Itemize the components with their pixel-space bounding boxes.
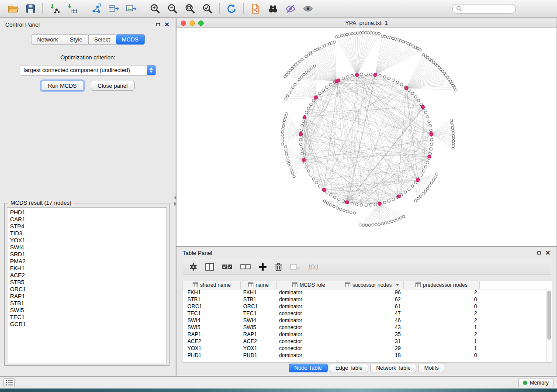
splitter-collapse-controls[interactable] <box>174 196 176 206</box>
show-panels-button[interactable] <box>3 378 15 387</box>
result-item[interactable]: RAP1 <box>10 293 166 300</box>
cell-mcds-role[interactable]: dominator <box>277 289 341 296</box>
cell-name[interactable]: ACE2 <box>241 338 277 345</box>
result-item[interactable]: SRD1 <box>10 251 166 258</box>
cell-shared-name[interactable]: ORC1 <box>183 303 241 310</box>
cell-name[interactable]: PHD1 <box>241 352 277 359</box>
tab-motifs[interactable]: Motifs <box>419 364 444 372</box>
cell-name[interactable]: FKH1 <box>241 289 277 296</box>
scrollbar-thumb[interactable] <box>547 291 551 340</box>
cell-shared-name[interactable]: SWI4 <box>183 317 241 324</box>
column-header-successor-nodes[interactable]: successor nodes <box>341 281 403 289</box>
cell-successor-nodes[interactable]: 46 <box>341 317 403 324</box>
result-item[interactable]: FKH1 <box>10 265 166 272</box>
cell-predecessor-nodes[interactable]: 2 <box>403 310 480 317</box>
column-header-mcds-role[interactable]: MCDS role <box>277 281 341 289</box>
cell-mcds-role[interactable]: dominator <box>277 296 341 303</box>
result-item[interactable]: SWI4 <box>10 244 166 251</box>
result-item[interactable]: CAR1 <box>10 216 166 223</box>
cell-successor-nodes[interactable]: 96 <box>341 289 403 296</box>
cell-mcds-role[interactable]: connector <box>277 324 341 331</box>
cell-shared-name[interactable]: RAP1 <box>183 331 241 338</box>
zoom-in-button[interactable] <box>146 1 164 16</box>
export-network-button[interactable] <box>87 1 105 16</box>
criterion-select[interactable]: largest connected component (undirected) <box>20 65 156 76</box>
cell-mcds-role[interactable]: connector <box>277 338 341 345</box>
tab-node-table[interactable]: Node Table <box>289 364 328 372</box>
cell-predecessor-nodes[interactable]: 0 <box>403 296 480 303</box>
collapse-left-icon[interactable] <box>174 196 176 200</box>
result-item[interactable]: ORC1 <box>10 286 166 293</box>
zoom-selected-button[interactable] <box>199 1 216 16</box>
cell-name[interactable]: YOX1 <box>241 345 277 352</box>
cell-name[interactable]: SWI5 <box>241 324 277 331</box>
open-session-button[interactable] <box>4 1 22 16</box>
cell-successor-nodes[interactable]: 43 <box>341 324 403 331</box>
result-item[interactable]: ACE2 <box>10 272 166 279</box>
export-image-button[interactable] <box>122 1 140 16</box>
result-item[interactable]: TID3 <box>10 230 166 237</box>
column-header-name[interactable]: name <box>241 281 277 289</box>
result-item[interactable]: GCR1 <box>10 321 166 328</box>
float-table-panel-icon[interactable] <box>537 251 541 254</box>
cell-successor-nodes[interactable]: 61 <box>341 303 403 310</box>
delete-column-button[interactable] <box>275 263 282 271</box>
cell-predecessor-nodes[interactable]: 0 <box>403 303 480 310</box>
show-details-button[interactable] <box>299 1 317 16</box>
table-row[interactable]: RAP1 RAP1 dominator 35 2 <box>183 331 552 338</box>
export-table-button[interactable] <box>105 1 122 16</box>
close-panel-button[interactable]: Close panel <box>91 81 135 91</box>
tab-edge-table[interactable]: Edge Table <box>330 364 368 372</box>
refresh-view-button[interactable] <box>223 1 240 16</box>
close-panel-icon[interactable]: ✕ <box>164 22 170 27</box>
table-row[interactable]: SWI4 SWI4 dominator 46 2 <box>183 317 552 324</box>
cell-successor-nodes[interactable]: 29 <box>341 345 403 352</box>
function-builder-button[interactable]: f(x) <box>308 263 318 271</box>
result-item[interactable]: STB5 <box>10 279 166 286</box>
select-all-button[interactable] <box>222 264 232 270</box>
cell-mcds-role[interactable]: connector <box>277 310 341 317</box>
memory-button[interactable]: Memory <box>518 378 554 387</box>
cell-name[interactable]: STB1 <box>241 296 277 303</box>
result-item[interactable]: SWI5 <box>10 307 166 314</box>
cell-successor-nodes[interactable]: 62 <box>341 296 403 303</box>
cell-predecessor-nodes[interactable]: 1 <box>403 338 480 345</box>
sort-dropdown-icon[interactable] <box>396 284 399 286</box>
float-panel-icon[interactable] <box>156 23 160 26</box>
cell-successor-nodes[interactable]: 18 <box>341 352 403 359</box>
cell-shared-name[interactable]: YOX1 <box>183 345 241 352</box>
table-row[interactable]: YOX1 YOX1 connector 29 1 <box>183 345 552 352</box>
cell-predecessor-nodes[interactable]: 2 <box>403 317 480 324</box>
zoom-out-button[interactable] <box>164 1 181 16</box>
save-session-button[interactable] <box>22 1 39 16</box>
column-header-shared-name[interactable]: shared name <box>183 281 241 289</box>
network-canvas[interactable] <box>176 28 557 246</box>
mcds-result-list[interactable]: PHD1CAR1STP4TID3YOX1SWI4SRD1PMA2FKH1ACE2… <box>7 207 167 363</box>
table-settings-button[interactable] <box>189 263 197 271</box>
show-columns-button[interactable] <box>205 263 214 271</box>
table-row[interactable]: FKH1 FKH1 dominator 96 2 <box>183 289 552 296</box>
import-table-button[interactable] <box>63 1 81 16</box>
cell-mcds-role[interactable]: dominator <box>277 317 341 324</box>
cell-predecessor-nodes[interactable]: 2 <box>403 331 480 338</box>
tab-network-table[interactable]: Network Table <box>370 364 416 372</box>
cell-successor-nodes[interactable]: 31 <box>341 338 403 345</box>
run-mcds-button[interactable]: Run MCDS <box>41 81 84 91</box>
cell-name[interactable]: RAP1 <box>241 331 277 338</box>
cell-mcds-role[interactable]: connector <box>277 345 341 352</box>
table-row[interactable]: STB1 STB1 dominator 62 0 <box>183 296 552 303</box>
table-row[interactable]: SWI5 SWI5 connector 43 1 <box>183 324 552 331</box>
deselect-all-button[interactable] <box>240 264 251 270</box>
import-network-button[interactable] <box>46 1 63 16</box>
cell-shared-name[interactable]: TEC1 <box>183 310 241 317</box>
result-item[interactable]: PMA2 <box>10 258 166 265</box>
close-table-panel-icon[interactable]: ✕ <box>545 251 550 255</box>
result-item[interactable]: PHD1 <box>10 209 166 216</box>
cell-name[interactable]: TEC1 <box>241 310 277 317</box>
table-row[interactable]: TEC1 TEC1 connector 47 2 <box>183 310 552 317</box>
cell-successor-nodes[interactable]: 35 <box>341 331 403 338</box>
result-item[interactable]: STP4 <box>10 223 166 230</box>
tab-network[interactable]: Network <box>31 34 64 45</box>
add-column-button[interactable] <box>259 263 267 271</box>
cell-predecessor-nodes[interactable]: 1 <box>403 324 480 331</box>
